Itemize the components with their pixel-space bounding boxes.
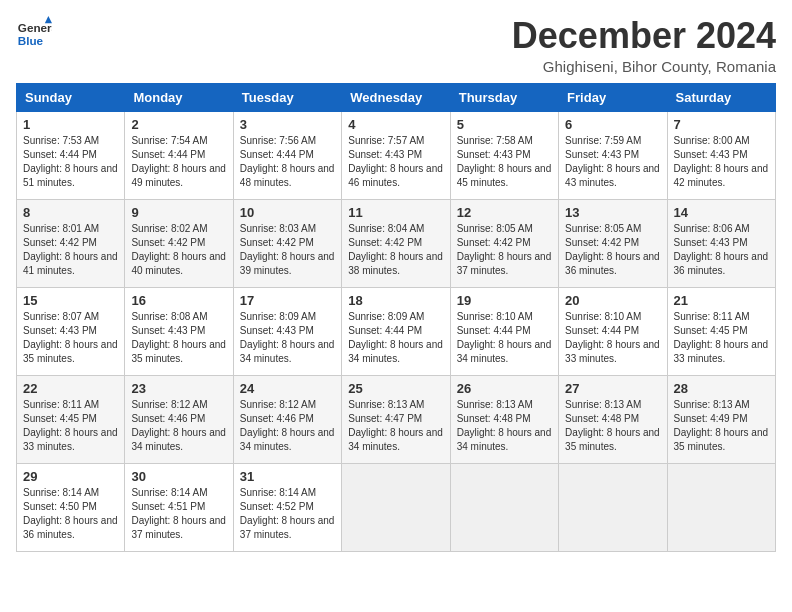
daylight-label: Daylight: 8 hours and 35 minutes. xyxy=(131,339,226,364)
calendar-cell: 27 Sunrise: 8:13 AM Sunset: 4:48 PM Dayl… xyxy=(559,375,667,463)
day-number: 24 xyxy=(240,381,335,396)
daylight-label: Daylight: 8 hours and 36 minutes. xyxy=(23,515,118,540)
sunset-label: Sunset: 4:52 PM xyxy=(240,501,314,512)
sunset-label: Sunset: 4:42 PM xyxy=(457,237,531,248)
daylight-label: Daylight: 8 hours and 45 minutes. xyxy=(457,163,552,188)
column-header-sunday: Sunday xyxy=(17,83,125,111)
calendar-cell: 31 Sunrise: 8:14 AM Sunset: 4:52 PM Dayl… xyxy=(233,463,341,551)
day-number: 23 xyxy=(131,381,226,396)
sunrise-label: Sunrise: 8:14 AM xyxy=(131,487,207,498)
calendar-cell: 15 Sunrise: 8:07 AM Sunset: 4:43 PM Dayl… xyxy=(17,287,125,375)
sunset-label: Sunset: 4:46 PM xyxy=(131,413,205,424)
sunset-label: Sunset: 4:43 PM xyxy=(565,149,639,160)
sunrise-label: Sunrise: 7:56 AM xyxy=(240,135,316,146)
day-number: 7 xyxy=(674,117,769,132)
day-number: 13 xyxy=(565,205,660,220)
calendar-cell xyxy=(667,463,775,551)
sunset-label: Sunset: 4:49 PM xyxy=(674,413,748,424)
calendar-cell xyxy=(559,463,667,551)
sunset-label: Sunset: 4:42 PM xyxy=(348,237,422,248)
sunset-label: Sunset: 4:44 PM xyxy=(131,149,205,160)
logo: General Blue xyxy=(16,16,52,52)
day-number: 28 xyxy=(674,381,769,396)
calendar-cell: 28 Sunrise: 8:13 AM Sunset: 4:49 PM Dayl… xyxy=(667,375,775,463)
sunrise-label: Sunrise: 8:10 AM xyxy=(565,311,641,322)
sunrise-label: Sunrise: 8:11 AM xyxy=(23,399,99,410)
day-number: 18 xyxy=(348,293,443,308)
day-info: Sunrise: 8:04 AM Sunset: 4:42 PM Dayligh… xyxy=(348,222,443,278)
sunrise-label: Sunrise: 7:57 AM xyxy=(348,135,424,146)
sunrise-label: Sunrise: 8:07 AM xyxy=(23,311,99,322)
daylight-label: Daylight: 8 hours and 46 minutes. xyxy=(348,163,443,188)
daylight-label: Daylight: 8 hours and 37 minutes. xyxy=(457,251,552,276)
sunset-label: Sunset: 4:44 PM xyxy=(23,149,97,160)
sunrise-label: Sunrise: 8:03 AM xyxy=(240,223,316,234)
calendar-cell: 14 Sunrise: 8:06 AM Sunset: 4:43 PM Dayl… xyxy=(667,199,775,287)
sunset-label: Sunset: 4:44 PM xyxy=(457,325,531,336)
day-info: Sunrise: 8:03 AM Sunset: 4:42 PM Dayligh… xyxy=(240,222,335,278)
day-number: 14 xyxy=(674,205,769,220)
day-info: Sunrise: 8:02 AM Sunset: 4:42 PM Dayligh… xyxy=(131,222,226,278)
daylight-label: Daylight: 8 hours and 48 minutes. xyxy=(240,163,335,188)
daylight-label: Daylight: 8 hours and 36 minutes. xyxy=(674,251,769,276)
sunset-label: Sunset: 4:48 PM xyxy=(565,413,639,424)
calendar-cell: 17 Sunrise: 8:09 AM Sunset: 4:43 PM Dayl… xyxy=(233,287,341,375)
week-row-1: 1 Sunrise: 7:53 AM Sunset: 4:44 PM Dayli… xyxy=(17,111,776,199)
page-header: General Blue December 2024 Ghighiseni, B… xyxy=(16,16,776,75)
day-number: 8 xyxy=(23,205,118,220)
sunset-label: Sunset: 4:43 PM xyxy=(23,325,97,336)
sunrise-label: Sunrise: 8:06 AM xyxy=(674,223,750,234)
calendar-title: December 2024 xyxy=(512,16,776,56)
day-number: 25 xyxy=(348,381,443,396)
sunset-label: Sunset: 4:43 PM xyxy=(348,149,422,160)
day-info: Sunrise: 8:11 AM Sunset: 4:45 PM Dayligh… xyxy=(674,310,769,366)
sunset-label: Sunset: 4:51 PM xyxy=(131,501,205,512)
calendar-cell: 25 Sunrise: 8:13 AM Sunset: 4:47 PM Dayl… xyxy=(342,375,450,463)
sunrise-label: Sunrise: 8:10 AM xyxy=(457,311,533,322)
calendar-cell xyxy=(342,463,450,551)
sunrise-label: Sunrise: 8:13 AM xyxy=(348,399,424,410)
day-number: 17 xyxy=(240,293,335,308)
day-info: Sunrise: 8:11 AM Sunset: 4:45 PM Dayligh… xyxy=(23,398,118,454)
daylight-label: Daylight: 8 hours and 33 minutes. xyxy=(23,427,118,452)
sunset-label: Sunset: 4:45 PM xyxy=(674,325,748,336)
sunset-label: Sunset: 4:43 PM xyxy=(240,325,314,336)
calendar-cell: 2 Sunrise: 7:54 AM Sunset: 4:44 PM Dayli… xyxy=(125,111,233,199)
sunrise-label: Sunrise: 7:59 AM xyxy=(565,135,641,146)
daylight-label: Daylight: 8 hours and 34 minutes. xyxy=(457,339,552,364)
calendar-cell: 1 Sunrise: 7:53 AM Sunset: 4:44 PM Dayli… xyxy=(17,111,125,199)
sunrise-label: Sunrise: 8:13 AM xyxy=(674,399,750,410)
sunset-label: Sunset: 4:47 PM xyxy=(348,413,422,424)
column-header-friday: Friday xyxy=(559,83,667,111)
day-info: Sunrise: 8:06 AM Sunset: 4:43 PM Dayligh… xyxy=(674,222,769,278)
calendar-cell: 29 Sunrise: 8:14 AM Sunset: 4:50 PM Dayl… xyxy=(17,463,125,551)
column-header-monday: Monday xyxy=(125,83,233,111)
day-number: 4 xyxy=(348,117,443,132)
calendar-body: 1 Sunrise: 7:53 AM Sunset: 4:44 PM Dayli… xyxy=(17,111,776,551)
calendar-cell: 30 Sunrise: 8:14 AM Sunset: 4:51 PM Dayl… xyxy=(125,463,233,551)
calendar-cell: 11 Sunrise: 8:04 AM Sunset: 4:42 PM Dayl… xyxy=(342,199,450,287)
day-info: Sunrise: 7:53 AM Sunset: 4:44 PM Dayligh… xyxy=(23,134,118,190)
sunrise-label: Sunrise: 8:12 AM xyxy=(240,399,316,410)
daylight-label: Daylight: 8 hours and 37 minutes. xyxy=(131,515,226,540)
sunset-label: Sunset: 4:46 PM xyxy=(240,413,314,424)
day-number: 16 xyxy=(131,293,226,308)
day-info: Sunrise: 8:05 AM Sunset: 4:42 PM Dayligh… xyxy=(565,222,660,278)
sunrise-label: Sunrise: 8:08 AM xyxy=(131,311,207,322)
calendar-cell: 22 Sunrise: 8:11 AM Sunset: 4:45 PM Dayl… xyxy=(17,375,125,463)
calendar-cell: 21 Sunrise: 8:11 AM Sunset: 4:45 PM Dayl… xyxy=(667,287,775,375)
sunrise-label: Sunrise: 8:14 AM xyxy=(23,487,99,498)
day-number: 12 xyxy=(457,205,552,220)
daylight-label: Daylight: 8 hours and 36 minutes. xyxy=(565,251,660,276)
column-header-tuesday: Tuesday xyxy=(233,83,341,111)
sunset-label: Sunset: 4:42 PM xyxy=(23,237,97,248)
sunset-label: Sunset: 4:42 PM xyxy=(240,237,314,248)
daylight-label: Daylight: 8 hours and 41 minutes. xyxy=(23,251,118,276)
calendar-cell: 9 Sunrise: 8:02 AM Sunset: 4:42 PM Dayli… xyxy=(125,199,233,287)
sunset-label: Sunset: 4:44 PM xyxy=(565,325,639,336)
day-info: Sunrise: 8:14 AM Sunset: 4:51 PM Dayligh… xyxy=(131,486,226,542)
daylight-label: Daylight: 8 hours and 39 minutes. xyxy=(240,251,335,276)
day-number: 1 xyxy=(23,117,118,132)
daylight-label: Daylight: 8 hours and 43 minutes. xyxy=(565,163,660,188)
daylight-label: Daylight: 8 hours and 34 minutes. xyxy=(457,427,552,452)
